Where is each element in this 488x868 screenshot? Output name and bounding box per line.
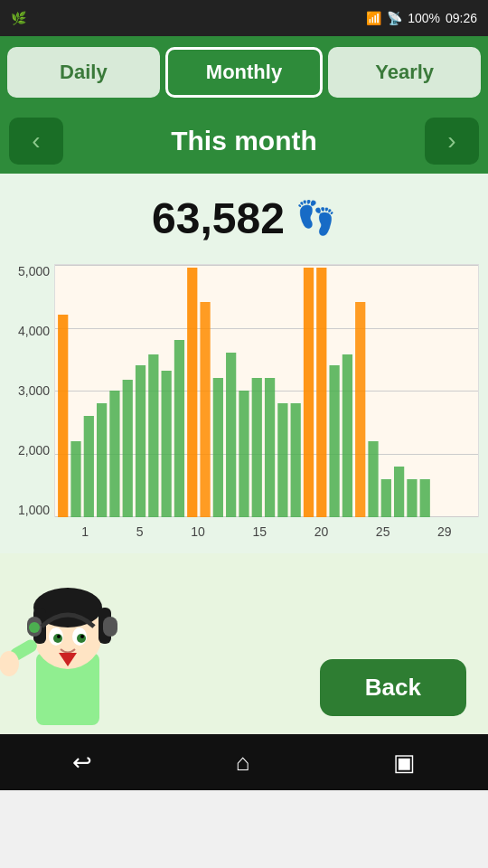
- svg-point-41: [57, 635, 61, 638]
- svg-rect-26: [394, 467, 404, 517]
- svg-rect-18: [291, 403, 301, 517]
- steps-area: 63,582 👣: [0, 174, 488, 255]
- wifi-icon: 📶: [366, 11, 381, 25]
- svg-rect-6: [136, 365, 145, 517]
- tab-daily[interactable]: Daily: [7, 47, 160, 98]
- status-bar: 🌿 📶 📡 100% 09:26: [0, 0, 488, 36]
- svg-rect-1: [70, 441, 80, 517]
- svg-rect-24: [368, 441, 378, 517]
- bars-chart: [54, 264, 479, 517]
- signal-icon: 📡: [387, 11, 402, 25]
- recent-nav-icon[interactable]: ▣: [393, 749, 416, 777]
- svg-rect-14: [239, 391, 249, 517]
- x-label-5: 5: [136, 524, 144, 539]
- tab-monthly[interactable]: Monthly: [165, 47, 324, 98]
- battery-label: 100%: [408, 11, 440, 25]
- month-title: This month: [171, 126, 317, 156]
- back-nav-icon[interactable]: ↩: [72, 749, 92, 777]
- x-label-29: 29: [437, 524, 452, 539]
- svg-rect-16: [265, 378, 275, 517]
- prev-month-button[interactable]: ‹: [9, 118, 63, 165]
- x-label-25: 25: [376, 524, 390, 539]
- svg-rect-4: [109, 391, 119, 517]
- bottom-area: Back: [0, 553, 488, 734]
- svg-point-36: [29, 622, 40, 633]
- chart-area: 5,000 4,000 3,000 2,000 1,000: [0, 255, 488, 553]
- x-axis-labels: 1 5 10 15 20 25 29: [54, 519, 479, 544]
- svg-point-42: [80, 635, 84, 638]
- month-nav: ‹ This month ›: [0, 108, 488, 174]
- back-button[interactable]: Back: [320, 659, 466, 716]
- svg-rect-0: [58, 315, 68, 517]
- svg-rect-19: [304, 268, 314, 517]
- system-nav-bar: ↩ ⌂ ▣: [0, 734, 488, 790]
- x-label-20: 20: [314, 524, 329, 539]
- x-label-1: 1: [81, 524, 89, 539]
- x-label-10: 10: [191, 524, 205, 539]
- svg-rect-28: [420, 479, 430, 517]
- svg-rect-2: [84, 416, 94, 517]
- chart-inner: 5,000 4,000 3,000 2,000 1,000: [54, 264, 479, 544]
- svg-rect-23: [355, 302, 365, 517]
- svg-rect-15: [252, 378, 262, 517]
- next-month-button[interactable]: ›: [425, 118, 479, 165]
- home-nav-icon[interactable]: ⌂: [236, 749, 250, 777]
- svg-rect-7: [148, 354, 158, 517]
- y-axis-labels: 5,000 4,000 3,000 2,000 1,000: [5, 264, 50, 544]
- svg-rect-25: [381, 479, 391, 517]
- svg-point-45: [0, 651, 19, 676]
- svg-rect-17: [277, 403, 287, 517]
- mascot-character: [0, 562, 145, 734]
- svg-rect-13: [226, 353, 236, 517]
- svg-rect-12: [213, 378, 223, 517]
- app-icon: 🌿: [11, 11, 26, 25]
- svg-rect-22: [343, 354, 352, 517]
- steps-count: 63,582: [152, 193, 285, 243]
- svg-rect-27: [407, 479, 417, 517]
- steps-icon: 👣: [296, 199, 336, 237]
- time-label: 09:26: [446, 11, 477, 25]
- y-label-1000: 1,000: [5, 503, 50, 517]
- svg-rect-5: [123, 380, 133, 517]
- svg-rect-9: [174, 340, 184, 517]
- tab-bar: Daily Monthly Yearly: [0, 36, 488, 108]
- y-label-5000: 5,000: [5, 264, 50, 278]
- svg-rect-35: [103, 617, 117, 637]
- svg-rect-21: [329, 365, 339, 517]
- svg-rect-11: [200, 302, 210, 517]
- svg-rect-20: [316, 268, 326, 517]
- x-label-15: 15: [252, 524, 267, 539]
- y-label-2000: 2,000: [5, 443, 50, 458]
- tab-yearly[interactable]: Yearly: [328, 47, 481, 98]
- svg-rect-8: [162, 371, 172, 517]
- svg-rect-3: [97, 403, 107, 517]
- y-label-3000: 3,000: [5, 383, 50, 398]
- svg-rect-10: [187, 268, 197, 517]
- y-label-4000: 4,000: [5, 324, 50, 338]
